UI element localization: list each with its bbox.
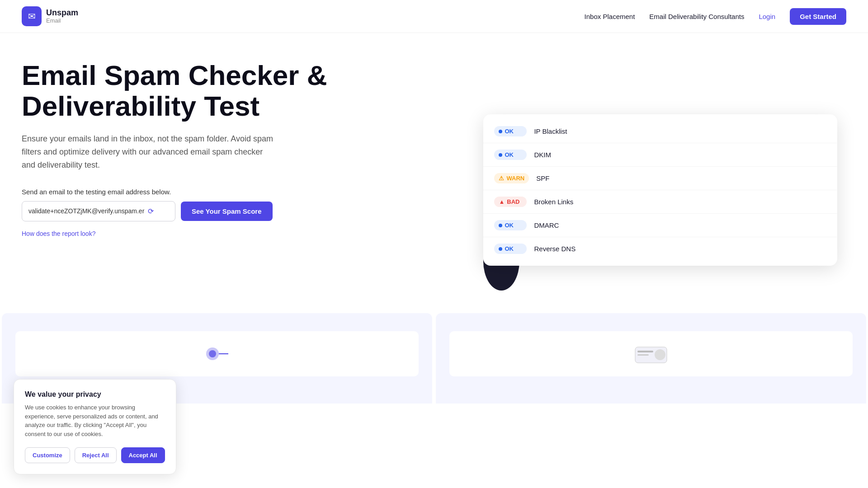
badge-label: WARN <box>506 175 524 182</box>
check-label: SPF <box>536 174 549 182</box>
hero-title: Email Spam Checker & Deliverability Test <box>22 60 475 122</box>
checks-card: OKIP BlacklistOKDKIM⚠WARNSPF▲BADBroken L… <box>483 114 837 266</box>
nav-login[interactable]: Login <box>759 13 775 20</box>
badge-label: OK <box>505 151 514 158</box>
check-label: Reverse DNS <box>534 245 576 253</box>
svg-point-1 <box>209 350 216 357</box>
warn-icon: ⚠ <box>499 175 504 182</box>
report-link[interactable]: How does the report look? <box>22 230 95 237</box>
email-input-display: validate+nceZOTZjMK@verify.unspam.er ⟳ <box>22 201 175 221</box>
cookie-description: We use cookies to enhance your browsing … <box>25 403 165 404</box>
badge-label: OK <box>505 222 514 229</box>
badge-label: OK <box>505 245 514 252</box>
badge-dot-icon <box>499 247 502 251</box>
hero-description: Ensure your emails land in the inbox, no… <box>22 132 275 171</box>
logo-link[interactable]: ✉ Unspam Email <box>22 6 78 26</box>
navbar: ✉ Unspam Email Inbox Placement Email Del… <box>0 0 868 33</box>
cookie-title: We value your privacy <box>25 390 165 399</box>
spam-score-button[interactable]: See Your Spam Score <box>181 202 273 221</box>
check-label: Broken Links <box>534 198 573 206</box>
badge-dot-icon <box>499 224 502 227</box>
bottom-thumb-right <box>449 331 853 376</box>
brand-name: Unspam <box>46 9 78 18</box>
check-row: ⚠WARNSPF <box>483 167 837 190</box>
badge-dot-icon <box>499 130 502 133</box>
check-label: IP Blacklist <box>534 127 567 135</box>
badge-label: BAD <box>507 198 519 205</box>
copy-icon[interactable]: ⟳ <box>148 207 169 216</box>
bad-icon: ▲ <box>499 198 505 205</box>
badge-label: OK <box>505 128 514 135</box>
status-badge: OK <box>494 126 527 136</box>
hero-left: Email Spam Checker & Deliverability Test… <box>22 60 475 238</box>
check-label: DMARC <box>534 221 559 229</box>
logo-text: Unspam Email <box>46 9 78 24</box>
bottom-card-right <box>436 313 866 404</box>
nav-links: Inbox Placement Email Deliverability Con… <box>585 8 846 25</box>
email-value: validate+nceZOTZjMK@verify.unspam.er <box>28 207 144 215</box>
status-badge: ▲BAD <box>494 197 527 207</box>
nav-consultants[interactable]: Email Deliverability Consultants <box>649 13 744 20</box>
badge-dot-icon <box>499 153 502 157</box>
hero-section: Email Spam Checker & Deliverability Test… <box>0 33 868 313</box>
hero-send-label: Send an email to the testing email addre… <box>22 188 475 196</box>
hero-right: OKIP BlacklistOKDKIM⚠WARNSPF▲BADBroken L… <box>483 60 846 291</box>
status-badge: OK <box>494 150 527 160</box>
logo-icon: ✉ <box>22 6 42 26</box>
hero-input-row: validate+nceZOTZjMK@verify.unspam.er ⟳ S… <box>22 201 475 221</box>
cookie-banner: We value your privacy We use cookies to … <box>14 379 176 404</box>
status-badge: ⚠WARN <box>494 173 529 183</box>
check-row: OKDKIM <box>483 143 837 167</box>
status-badge: OK <box>494 244 527 254</box>
status-badge: OK <box>494 220 527 230</box>
svg-rect-6 <box>637 354 649 356</box>
get-started-button[interactable]: Get Started <box>790 8 846 25</box>
brand-sub: Email <box>46 18 78 24</box>
check-label: DKIM <box>534 151 551 159</box>
svg-rect-5 <box>637 351 653 352</box>
nav-inbox-placement[interactable]: Inbox Placement <box>585 13 635 20</box>
svg-point-4 <box>655 349 665 360</box>
check-row: OKIP Blacklist <box>483 120 837 143</box>
check-row: OKReverse DNS <box>483 237 837 260</box>
check-row: OKDMARC <box>483 214 837 237</box>
check-row: ▲BADBroken Links <box>483 190 837 214</box>
bottom-thumb-left <box>15 331 419 376</box>
